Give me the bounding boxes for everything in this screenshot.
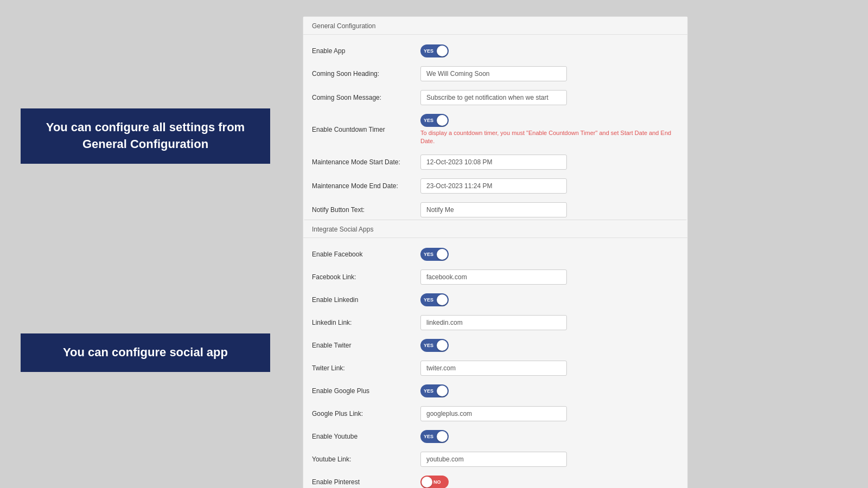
countdown-hint: To display a countdown timer, you must "… <box>420 129 679 146</box>
coming-soon-heading-input[interactable] <box>420 66 567 81</box>
enable-twitter-row: Enable Twiter YES <box>312 335 679 356</box>
linkedin-link-input[interactable] <box>420 315 567 330</box>
enable-youtube-row: Enable Youtube YES <box>312 426 679 447</box>
enable-app-toggle[interactable]: YES <box>420 44 449 57</box>
twitter-link-input[interactable] <box>420 361 567 376</box>
enable-linkedin-label: Enable Linkedin <box>312 296 420 304</box>
social-config-header: Integrate Social Apps <box>303 220 687 238</box>
enable-youtube-toggle[interactable]: YES <box>420 430 449 443</box>
facebook-link-input[interactable] <box>420 269 567 285</box>
notify-button-text-row: Notify Button Text: <box>312 198 679 222</box>
notify-button-text-input[interactable] <box>420 202 567 217</box>
end-date-label: Maintenance Mode End Date: <box>312 182 420 190</box>
enable-countdown-container: YES To display a countdown timer, you mu… <box>420 114 679 146</box>
toggle-knob2 <box>437 115 448 126</box>
social-config-panel: Integrate Social Apps Enable Facebook YE… <box>303 220 688 488</box>
enable-pinterest-row: Enable Pinterest NO <box>312 471 679 488</box>
coming-soon-heading-label: Coming Soon Heading: <box>312 70 420 78</box>
enable-linkedin-toggle[interactable]: YES <box>420 293 449 306</box>
toggle-knob <box>437 46 448 56</box>
enable-countdown-row: Enable Countdown Timer YES To display a … <box>312 110 679 150</box>
top-banner: You can configure all settings from Gene… <box>21 108 270 164</box>
googleplus-link-row: Google Plus Link: <box>312 402 679 426</box>
start-date-input[interactable] <box>420 155 567 170</box>
linkedin-link-label: Linkedin Link: <box>312 319 420 326</box>
coming-soon-message-label: Coming Soon Message: <box>312 94 420 101</box>
googleplus-link-label: Google Plus Link: <box>312 410 420 418</box>
coming-soon-message-row: Coming Soon Message: <box>312 86 679 110</box>
social-config-body: Enable Facebook YES Facebook Link: Enabl… <box>303 238 687 488</box>
end-date-row: Maintenance Mode End Date: <box>312 174 679 198</box>
twitter-link-row: Twiter Link: <box>312 356 679 380</box>
start-date-label: Maintenance Mode Start Date: <box>312 158 420 166</box>
enable-googleplus-toggle[interactable]: YES <box>420 384 449 397</box>
bottom-banner: You can configure social app <box>21 333 270 372</box>
youtube-link-input[interactable] <box>420 452 567 467</box>
toggle-yes-label2: YES <box>424 118 433 123</box>
googleplus-link-input[interactable] <box>420 406 567 421</box>
enable-app-label: Enable App <box>312 47 420 55</box>
end-date-input[interactable] <box>420 178 567 194</box>
facebook-link-label: Facebook Link: <box>312 273 420 281</box>
enable-facebook-toggle[interactable]: YES <box>420 248 449 261</box>
coming-soon-heading-row: Coming Soon Heading: <box>312 62 679 86</box>
general-config-panel: General Configuration Enable App YES Com… <box>303 16 688 228</box>
enable-googleplus-row: Enable Google Plus YES <box>312 380 679 402</box>
enable-twitter-label: Enable Twiter <box>312 342 420 349</box>
enable-countdown-label: Enable Countdown Timer <box>312 126 420 133</box>
notify-button-text-label: Notify Button Text: <box>312 206 420 214</box>
coming-soon-message-input[interactable] <box>420 90 567 105</box>
general-config-body: Enable App YES Coming Soon Heading: Comi… <box>303 35 687 227</box>
enable-facebook-row: Enable Facebook YES <box>312 243 679 265</box>
youtube-link-label: Youtube Link: <box>312 455 420 463</box>
linkedin-link-row: Linkedin Link: <box>312 311 679 335</box>
enable-youtube-label: Enable Youtube <box>312 433 420 440</box>
start-date-row: Maintenance Mode Start Date: <box>312 150 679 174</box>
enable-facebook-label: Enable Facebook <box>312 251 420 258</box>
twitter-link-label: Twiter Link: <box>312 364 420 372</box>
youtube-link-row: Youtube Link: <box>312 447 679 471</box>
facebook-link-row: Facebook Link: <box>312 265 679 289</box>
enable-linkedin-row: Enable Linkedin YES <box>312 289 679 311</box>
enable-countdown-toggle[interactable]: YES <box>420 114 449 127</box>
enable-pinterest-label: Enable Pinterest <box>312 478 420 486</box>
general-config-header: General Configuration <box>303 17 687 35</box>
toggle-yes-label: YES <box>424 48 433 54</box>
enable-pinterest-toggle[interactable]: NO <box>420 476 449 488</box>
enable-app-row: Enable App YES <box>312 40 679 62</box>
enable-twitter-toggle[interactable]: YES <box>420 339 449 352</box>
enable-googleplus-label: Enable Google Plus <box>312 387 420 395</box>
